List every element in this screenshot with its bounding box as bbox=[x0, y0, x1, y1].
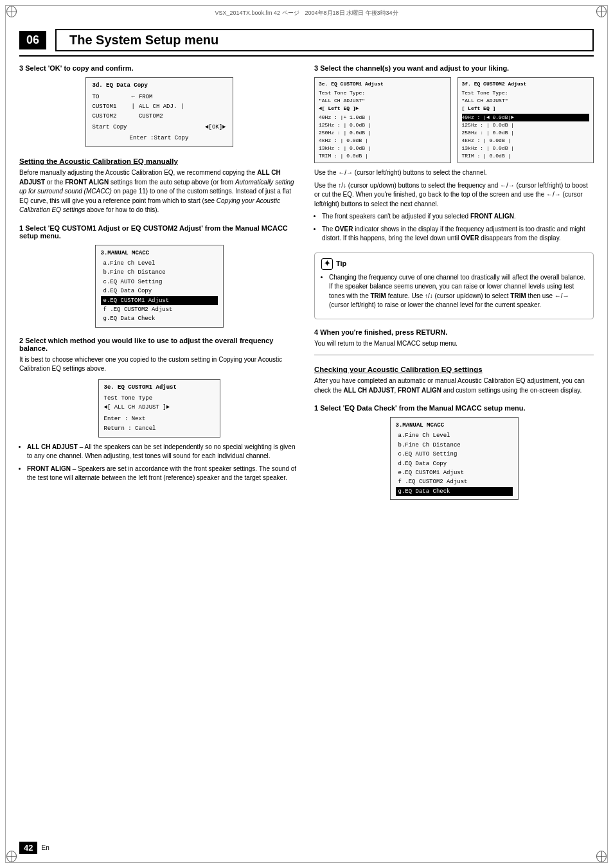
method-bullets: ALL CH ADJUST – All the speakers can be … bbox=[27, 443, 299, 483]
section-divider bbox=[314, 355, 594, 355]
eq-right-sub1: Test Tone Type: bbox=[462, 89, 590, 97]
use-lr-text: Use the ←/→ (cursor left/right) buttons … bbox=[314, 168, 594, 178]
mcacc-screen2-title: 3.MANUAL MCACC bbox=[396, 421, 513, 430]
copy-to-label: TO bbox=[93, 93, 128, 102]
step2-left-heading: 2 Select which method you would like to … bbox=[19, 337, 299, 352]
eq-screens-container: 3e. EQ CUSTOM1 Adjust Test Tone Type: "A… bbox=[314, 77, 594, 163]
tone-enter: Enter : Next bbox=[104, 414, 215, 424]
copy-start-row: Start Copy ◄[OK]► bbox=[93, 123, 226, 132]
tip-title: ✦ Tip bbox=[321, 258, 587, 270]
all-ch-adjust-bullet: ALL CH ADJUST – All the speakers can be … bbox=[27, 443, 299, 461]
mcacc2-item-f: f .EQ CUSTOM2 Adjust bbox=[396, 477, 513, 486]
front-align-note: The front speakers can't be adjusted if … bbox=[322, 212, 594, 222]
copy-screen-header-row: TO ← FROM bbox=[93, 93, 226, 102]
copy-screen-values-row: CUSTOM1CUSTOM2 | ALL CH ADJ.CUSTOM2 | bbox=[93, 102, 226, 121]
mcacc1-item-d: d.EQ Data Copy bbox=[101, 287, 218, 296]
mcacc1-item-b: b.Fine Ch Distance bbox=[101, 268, 218, 277]
eq-left-250hz: 250Hz : | 0.0dB | bbox=[319, 129, 447, 137]
mcacc1-item-a: a.Fine Ch Level bbox=[101, 259, 218, 268]
eq-left-4khz: 4kHz : | 0.0dB | bbox=[319, 137, 447, 145]
over-indicator-note: The OVER indicator shows in the display … bbox=[322, 225, 594, 244]
eq-left-sub2: "ALL CH ADJUST" bbox=[319, 97, 447, 105]
eq-left-40hz: 40Hz : |+ 1.0dB | bbox=[319, 114, 447, 121]
copy-screen: 3d. EQ Data Copy TO ← FROM CUSTOM1CUSTOM… bbox=[85, 77, 233, 147]
eq-screen-left-title: 3e. EQ CUSTOM1 Adjust bbox=[319, 80, 447, 88]
all-ch-adj-label: ALL CH ADJ.CUSTOM2 bbox=[139, 102, 177, 121]
eq-right-trim: TRIM : | 0.0dB | bbox=[462, 152, 590, 160]
page-number-badge: 42 bbox=[19, 842, 37, 854]
mcacc1-item-f: f .EQ CUSTOM2 Adjust bbox=[101, 305, 218, 314]
mcacc-screen-1: 3.MANUAL MCACC a.Fine Ch Level b.Fine Ch… bbox=[95, 245, 224, 328]
eq-right-4khz: 4kHz : | 0.0dB | bbox=[462, 137, 590, 145]
tone-return: Return : Cancel bbox=[104, 424, 215, 434]
mcacc1-item-g: g.EQ Data Check bbox=[101, 314, 218, 323]
eq-screen-right-title: 3f. EQ CUSTOM2 Adjust bbox=[462, 80, 590, 88]
mcacc2-item-b: b.Fine Ch Distance bbox=[396, 441, 513, 450]
checking-eq-intro: After you have completed an automatic or… bbox=[314, 376, 594, 395]
copy-divider: | bbox=[132, 102, 135, 121]
eq-left-sub1: Test Tone Type: bbox=[319, 89, 447, 97]
eq-right-40hz: 40Hz : |◄ 0.0dB|► bbox=[462, 114, 590, 121]
step3-right-heading: 3 Select the channel(s) you want and adj… bbox=[314, 64, 594, 72]
mcacc1-item-e: e.EQ CUSTOM1 Adjust bbox=[101, 296, 218, 305]
mcacc2-item-e: e.EQ CUSTOM1 Adjust bbox=[396, 468, 513, 477]
mcacc2-item-g: g.EQ Data Check bbox=[396, 487, 513, 496]
custom1-label: CUSTOM1CUSTOM2 bbox=[93, 102, 128, 121]
use-ud-text: Use the ↑/↓ (cursor up/down) buttons to … bbox=[314, 181, 594, 209]
eq-right-channel: [ Left EQ ] bbox=[462, 105, 590, 112]
eq-screen-right: 3f. EQ CUSTOM2 Adjust Test Tone Type: "A… bbox=[458, 77, 594, 163]
mcacc2-item-a: a.Fine Ch Level bbox=[396, 431, 513, 440]
mcacc-screen1-title: 3.MANUAL MCACC bbox=[101, 249, 218, 258]
eq-right-250hz: 250Hz : | 0.0dB | bbox=[462, 129, 590, 137]
tip-icon: ✦ bbox=[321, 258, 333, 270]
step4-heading: 4 When you're finished, press RETURN. bbox=[314, 328, 594, 336]
eq-right-sub2: "ALL CH ADJUST" bbox=[462, 97, 590, 105]
tip-bullets: Changing the frequency curve of one chan… bbox=[329, 273, 587, 310]
tip-content: Changing the frequency curve of one chan… bbox=[329, 273, 587, 310]
step3-left-heading: 3 Select 'OK' to copy and confirm. bbox=[19, 64, 299, 72]
left-column: 3 Select 'OK' to copy and confirm. 3d. E… bbox=[19, 64, 299, 836]
mcacc2-item-c: c.EQ AUTO Setting bbox=[396, 450, 513, 459]
tone-value: ◄[ ALL CH ADJUST ]► bbox=[104, 403, 215, 412]
copy-enter-label: Enter :Start Copy bbox=[93, 134, 226, 143]
page-lang-label: En bbox=[41, 844, 49, 851]
chapter-badge: 06 bbox=[19, 31, 46, 49]
copy-screen-title: 3d. EQ Data Copy bbox=[93, 81, 226, 91]
tone-test-label: Test Tone Type bbox=[104, 394, 215, 403]
tone-screen: 3e. EQ CUSTOM1 Adjust Test Tone Type ◄[ … bbox=[98, 379, 220, 438]
page-header: 06 The System Setup menu bbox=[19, 24, 594, 57]
step4-text: You will return to the Manual MCACC setu… bbox=[314, 339, 594, 349]
start-copy-label: Start Copy bbox=[93, 123, 127, 132]
eq-screen-left: 3e. EQ CUSTOM1 Adjust Test Tone Type: "A… bbox=[314, 77, 451, 163]
right-column: 3 Select the channel(s) you want and adj… bbox=[314, 64, 594, 836]
copy-arrow: ← bbox=[132, 93, 135, 102]
checking-eq-title: Checking your Acoustic Calibration EQ se… bbox=[314, 366, 594, 373]
mcacc-screen-2: 3.MANUAL MCACC a.Fine Ch Level b.Fine Ch… bbox=[390, 417, 519, 500]
tip-box: ✦ Tip Changing the frequency curve of on… bbox=[314, 252, 594, 319]
eq-left-13khz: 13kHz : | 0.0dB | bbox=[319, 145, 447, 152]
step2-body-text: It is best to choose whichever one you c… bbox=[19, 355, 299, 374]
page-footer: 42 En bbox=[19, 842, 49, 854]
copy-from-label: FROM bbox=[139, 93, 153, 102]
eq-left-125hz: 125Hz : | 0.0dB | bbox=[319, 121, 447, 129]
eq-left-trim: TRIM : | 0.0dB | bbox=[319, 152, 447, 160]
ok-indicator: ◄[OK]► bbox=[205, 123, 226, 132]
eq-right-125hz: 125Hz : | 0.0dB | bbox=[462, 121, 590, 129]
page-title: The System Setup menu bbox=[55, 29, 594, 51]
eq-left-channel: ◄[ Left EQ ]► bbox=[319, 105, 447, 112]
front-align-bullet: FRONT ALIGN – Speakers are set in accord… bbox=[27, 465, 299, 483]
main-content: 3 Select 'OK' to copy and confirm. 3d. E… bbox=[19, 64, 594, 836]
setting-eq-manually-title: Setting the Acoustic Calibration EQ manu… bbox=[19, 157, 299, 165]
eq-right-13khz: 13kHz : | 0.0dB | bbox=[462, 145, 590, 152]
mcacc1-item-c: c.EQ AUTO Setting bbox=[101, 278, 218, 287]
step1-right-heading: 1 Select 'EQ Data Check' from the Manual… bbox=[314, 404, 594, 412]
step1-left-heading: 1 Select 'EQ CUSTOM1 Adjust or EQ CUSTOM… bbox=[19, 224, 299, 240]
mcacc2-item-d: d.EQ Data Copy bbox=[396, 459, 513, 468]
eq-note-bullets: The front speakers can't be adjusted if … bbox=[322, 212, 594, 244]
eq-manually-intro: Before manually adjusting the Acoustic C… bbox=[19, 168, 299, 215]
tone-title: 3e. EQ CUSTOM1 Adjust bbox=[104, 383, 215, 393]
copy-divider2: | bbox=[181, 102, 184, 121]
